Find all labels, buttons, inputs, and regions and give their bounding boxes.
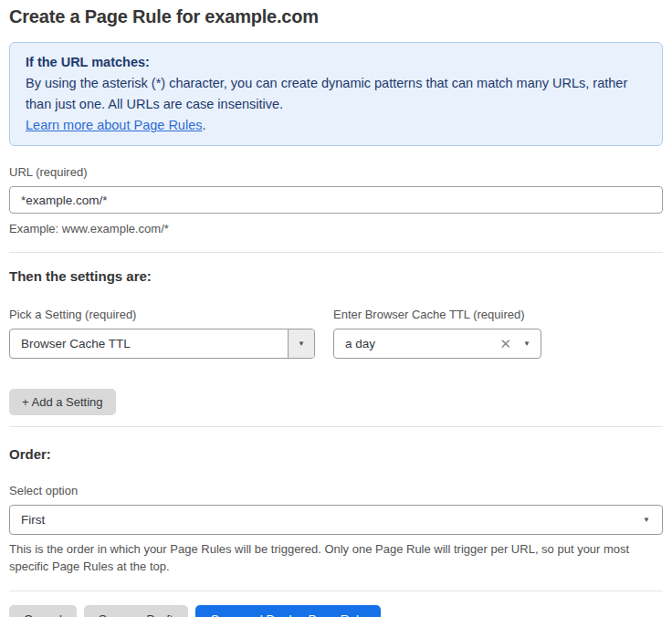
- chevron-down-icon: ▼: [298, 340, 305, 348]
- url-label: URL (required): [9, 165, 663, 179]
- ttl-column: Enter Browser Cache TTL (required) a day…: [333, 308, 541, 359]
- divider: [9, 426, 663, 427]
- divider: [9, 252, 663, 253]
- divider: [9, 591, 663, 591]
- chevron-down-icon: ▼: [523, 340, 530, 348]
- pick-setting-label: Pick a Setting (required): [9, 308, 315, 321]
- settings-section-heading: Then the settings are:: [9, 268, 663, 284]
- chevron-down-icon: ▼: [643, 517, 650, 524]
- info-box-heading: If the URL matches:: [26, 52, 646, 73]
- url-example-helper: Example: www.example.com/*: [9, 220, 663, 237]
- url-input[interactable]: [9, 186, 663, 214]
- add-setting-button[interactable]: + Add a Setting: [9, 389, 116, 415]
- order-helper-text: This is the order in which your Page Rul…: [9, 540, 663, 575]
- form-actions: Cancel Save as Draft Save and Deploy Pag…: [9, 605, 663, 617]
- info-box-link-line: Learn more about Page Rules.: [26, 115, 646, 136]
- create-page-rule-form: Create a Page Rule for example.com If th…: [0, 0, 672, 617]
- order-select-label: Select option: [9, 484, 663, 497]
- pick-setting-value: Browser Cache TTL: [10, 337, 288, 350]
- ttl-label: Enter Browser Cache TTL (required): [333, 308, 541, 321]
- order-section-heading: Order:: [9, 446, 663, 462]
- save-deploy-button[interactable]: Save and Deploy Page Rule: [195, 605, 382, 617]
- clear-icon[interactable]: ✕: [500, 337, 512, 350]
- pick-setting-select[interactable]: Browser Cache TTL ▼: [9, 329, 315, 359]
- page-title: Create a Page Rule for example.com: [9, 6, 663, 27]
- save-draft-button[interactable]: Save as Draft: [84, 605, 188, 617]
- order-select[interactable]: First ▼: [9, 505, 663, 535]
- url-match-info-box: If the URL matches: By using the asteris…: [9, 42, 663, 146]
- pick-setting-column: Pick a Setting (required) Browser Cache …: [9, 308, 315, 359]
- select-arrow-box[interactable]: ▼: [288, 329, 314, 358]
- cancel-button[interactable]: Cancel: [9, 605, 77, 617]
- link-period: .: [202, 118, 205, 132]
- learn-more-link[interactable]: Learn more about Page Rules: [26, 118, 202, 132]
- ttl-value: a day: [334, 337, 500, 350]
- order-value: First: [10, 513, 643, 527]
- ttl-select[interactable]: a day ✕ ▼: [333, 329, 541, 359]
- info-box-body: By using the asterisk (*) character, you…: [26, 73, 646, 115]
- settings-row: Pick a Setting (required) Browser Cache …: [9, 308, 663, 359]
